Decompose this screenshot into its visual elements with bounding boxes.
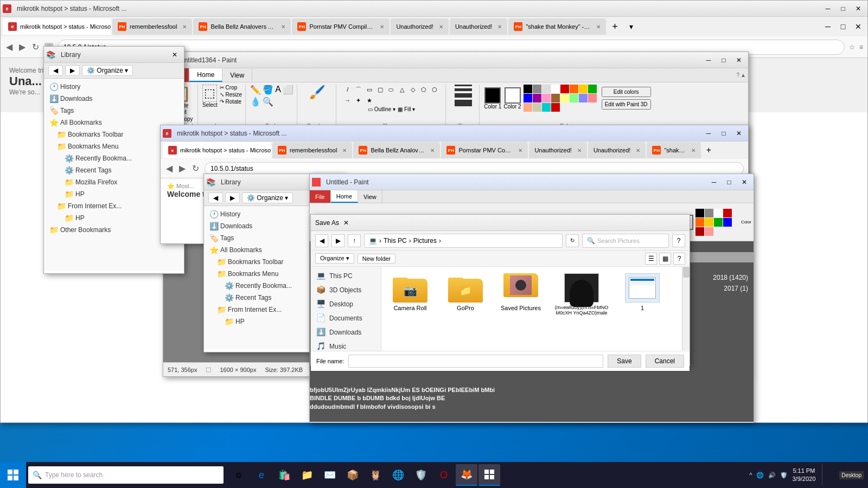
taskbar-files[interactable]: 📁 (296, 464, 318, 486)
ff-fg-tab-pornstar[interactable]: PH Pornstar PMV Compilatio... ✕ (441, 142, 528, 158)
shape-star5[interactable]: ★ (365, 95, 374, 105)
ff-lib1-tags[interactable]: 🏷️ Tags (46, 105, 182, 117)
outline-btn[interactable]: ▭ Outline ▾ (368, 106, 395, 112)
tab-dropdown[interactable]: ▾ (623, 19, 639, 34)
colorpick-tool[interactable]: 💧 (250, 97, 261, 107)
palette-tan[interactable] (533, 103, 541, 112)
ff-bg-min[interactable]: ─ (821, 21, 835, 33)
ff-fg-titlebar[interactable]: e mikrotik hotspot > status - Microsoft … (161, 125, 748, 142)
ff-lib1-organize[interactable]: ⚙️ Organize ▾ (82, 65, 133, 76)
palette-lightred[interactable] (588, 94, 597, 102)
palette-yellow[interactable] (579, 85, 588, 93)
tab-close-unauth1[interactable]: ✕ (439, 24, 443, 30)
tab-close-unauth2[interactable]: ✕ (497, 24, 502, 30)
save-nav-downloads[interactable]: ⬇️ Downloads (313, 325, 379, 339)
palette-purple[interactable] (533, 94, 541, 102)
paint-tab-home[interactable]: Home (189, 68, 222, 82)
tray-overflow[interactable]: ^ (749, 472, 752, 478)
tab-close-pornstar[interactable]: ✕ (380, 24, 384, 30)
ff-fg-tab-unauth1[interactable]: Unauthorized! ✕ (529, 142, 587, 158)
shape-line[interactable]: / (343, 85, 353, 94)
shape-penta[interactable]: ⬠ (419, 85, 429, 94)
ff-fg-back[interactable]: ◀ (165, 162, 174, 175)
tab-unauth1[interactable]: Unauthorized! ✕ (391, 18, 449, 35)
save-dialog-search[interactable]: 🔍 Search Pictures (582, 234, 669, 248)
save-dialog-refresh[interactable]: ↻ (566, 234, 579, 247)
p2-black[interactable] (695, 209, 704, 217)
ff-bg-settings-btn[interactable]: ≡ (859, 43, 863, 51)
palette-black[interactable] (524, 85, 532, 93)
show-desktop-btn[interactable] (822, 464, 835, 486)
ff-bg-back[interactable]: ◀ (5, 41, 14, 53)
palette-green[interactable] (588, 85, 597, 93)
tab-bella[interactable]: PH Bella Bellz Analovers Ana... ✕ (193, 18, 291, 35)
ff-fg-url-input[interactable] (205, 162, 744, 175)
tab-close-bella[interactable]: ✕ (281, 24, 285, 30)
save-btn[interactable]: Save (608, 355, 641, 368)
shape-tri[interactable]: △ (397, 85, 407, 94)
paint2-tab-view[interactable]: View (358, 190, 382, 203)
firefox-bg-titlebar[interactable]: e mikrotik hotspot > status - Microsoft … (1, 1, 867, 17)
palette-blue[interactable] (524, 94, 532, 102)
palette-darkred[interactable] (551, 103, 560, 112)
ff-fg-minimize[interactable]: ─ (701, 127, 716, 139)
taskbar-firefox[interactable]: 🦊 (456, 464, 477, 486)
ff-bg-bookmark-btn[interactable]: ☆ (849, 43, 855, 51)
rotate-btn[interactable]: ↷ Rotate (220, 99, 242, 105)
save-nav-3dobjects[interactable]: 📦 3D Objects (313, 283, 379, 297)
fill-btn[interactable]: ▦ Fill ▾ (398, 106, 415, 112)
palette-gray[interactable] (533, 85, 541, 93)
ff-lib1-downloads[interactable]: ⬇️ Downloads (46, 93, 182, 105)
taskbar-store[interactable]: 🛍️ (273, 464, 295, 486)
ff-lib2-back[interactable]: ◀ (208, 192, 223, 203)
image-dark-portrait[interactable]: (m=ewlG0y)(m h=FMNOM0cXH YnQa4ZO)male (552, 271, 611, 318)
p2-orange[interactable] (695, 218, 704, 227)
ff-fg-maximize[interactable]: □ (717, 127, 731, 139)
shape-hex[interactable]: ⬡ (430, 85, 439, 94)
save-nav-desktop[interactable]: 🖥️ Desktop (313, 297, 379, 311)
firefox-bg-minimize[interactable]: ─ (821, 3, 835, 15)
shape-ellipse[interactable]: ⬭ (386, 85, 396, 94)
brushes-tool[interactable]: 🖌️ (309, 85, 326, 100)
save-view-help[interactable]: ? (673, 253, 685, 265)
taskbar-search-box[interactable]: 🔍 Type here to search (28, 466, 224, 484)
palette-red[interactable] (560, 85, 569, 93)
firefox-bg-maximize[interactable]: □ (836, 3, 850, 15)
p2-blue[interactable] (723, 218, 732, 227)
folder-saved-pictures[interactable]: Saved Pictures (496, 271, 545, 318)
taskbar-opera[interactable]: O (433, 464, 455, 486)
taskbar-tor[interactable]: 🌐 (387, 464, 409, 486)
paint-titlebar[interactable]: Untitled1364 - Paint ─ □ ✕ (163, 52, 748, 68)
palette-brown[interactable] (551, 94, 560, 102)
ff-bg-close[interactable]: ✕ (851, 21, 865, 33)
edit-colors-btn[interactable]: Edit colors (602, 87, 651, 97)
paint2-minimize[interactable]: ─ (707, 176, 721, 188)
p2-red[interactable] (723, 209, 732, 217)
palette-lightblue[interactable] (579, 94, 588, 102)
color2-swatch[interactable] (505, 87, 521, 104)
paint2-tab-home[interactable]: Home (331, 190, 358, 203)
size-2[interactable] (455, 88, 472, 91)
ff-fg-tab-close-remember[interactable]: ✕ (342, 147, 347, 153)
p2-darkred[interactable] (695, 227, 704, 236)
ff-lib1-back[interactable]: ◀ (48, 65, 63, 76)
taskbar-mail[interactable]: ✉️ (319, 464, 341, 486)
save-dialog-path[interactable]: 💻 › This PC › Pictures › (364, 234, 563, 248)
ff-lib1-history[interactable]: 🕐 History (46, 81, 182, 93)
save-dialog-close[interactable]: ✕ (339, 217, 353, 229)
tab-close-rememberless[interactable]: ✕ (182, 24, 187, 30)
tray-volume[interactable]: 🔊 (768, 472, 776, 479)
ff-fg-tab-unauth2[interactable]: Unauthorized! ✕ (588, 142, 646, 158)
save-nav-thispc[interactable]: 💻 This PC (313, 269, 379, 283)
paint-minimize[interactable]: ─ (701, 54, 716, 66)
tab-shake[interactable]: PH "shake that Monkey" - Be... ✕ (508, 18, 606, 35)
ff-fg-reload[interactable]: ↻ (191, 162, 200, 175)
tray-security[interactable]: 🛡️ (780, 472, 788, 479)
select-tool[interactable]: ⬚ Select (202, 85, 218, 108)
paint2-tab-file[interactable]: File (310, 190, 331, 203)
paint-collapse-btn[interactable]: ▲ (741, 72, 746, 78)
palette-lightyellow[interactable] (560, 94, 569, 102)
ff-lib1-titlebar[interactable]: 📚 Library ✕ (44, 47, 184, 63)
ff-lib2-forward[interactable]: ▶ (225, 192, 240, 203)
save-view-tiles[interactable]: ▦ (659, 253, 671, 265)
